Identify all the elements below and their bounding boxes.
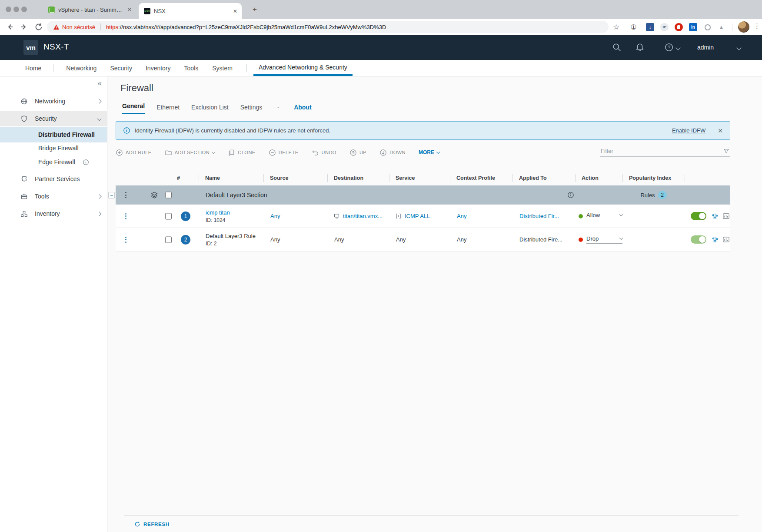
sidebar-item-tools[interactable]: Tools — [0, 188, 107, 204]
window-close-button[interactable] — [6, 7, 11, 12]
down-button[interactable]: DOWN — [379, 149, 406, 156]
tab-about[interactable]: About — [294, 104, 311, 114]
nav-system[interactable]: System — [212, 60, 233, 76]
add-rule-button[interactable]: ADD RULE — [116, 149, 152, 156]
nav-security[interactable]: Security — [110, 60, 132, 76]
rule-settings-icon[interactable] — [712, 236, 719, 243]
sidebar-collapse-icon[interactable]: « — [98, 79, 102, 88]
up-button[interactable]: UP — [349, 149, 366, 156]
extension-circle-icon[interactable] — [703, 23, 712, 31]
address-bar[interactable]: Non sécurisé https ://nsx.vlab/nsx/#/app… — [47, 21, 609, 33]
notifications-bell-icon[interactable] — [635, 43, 645, 52]
rule-settings-icon[interactable] — [712, 213, 719, 220]
rule-name-link[interactable]: icmp titan — [206, 209, 263, 216]
extension-drive-icon[interactable]: ▲ — [717, 23, 725, 31]
forward-icon[interactable] — [19, 22, 29, 32]
filter-funnel-icon[interactable] — [723, 148, 729, 154]
page-tabs: General Ethernet Exclusion List Settings… — [122, 102, 730, 114]
rule-enabled-toggle[interactable] — [691, 235, 706, 244]
section-collapse-button[interactable]: − — [108, 192, 115, 198]
button-label: ADD RULE — [126, 150, 152, 155]
undo-button[interactable]: UNDO — [312, 149, 336, 156]
rule-enabled-toggle[interactable] — [691, 212, 706, 220]
sidebar-item-edge-firewall[interactable]: Edge Firewall — [0, 155, 107, 169]
extension-ip-lookup-icon[interactable]: IP — [660, 23, 669, 31]
not-secure-label[interactable]: Non sécurisé — [62, 24, 95, 30]
action-select[interactable]: Allow — [586, 212, 622, 220]
clone-icon — [228, 149, 235, 156]
rule-stats-icon[interactable] — [722, 236, 730, 243]
rule-checkbox[interactable] — [165, 213, 172, 219]
tab-general[interactable]: General — [122, 102, 145, 114]
tab-exclusion-list[interactable]: Exclusion List — [191, 104, 229, 114]
nav-home[interactable]: Home — [25, 60, 41, 76]
action-select[interactable]: Drop — [586, 235, 622, 244]
rule-destination: Any — [327, 236, 389, 243]
browser-tab-vsphere[interactable]: vSphere - titan - Summary ✕ — [43, 0, 136, 19]
nav-tools[interactable]: Tools — [184, 60, 199, 76]
sidebar-item-distributed-firewall[interactable]: Distributed Firewall — [0, 127, 107, 142]
chevron-right-icon — [97, 194, 102, 198]
extension-download-icon[interactable]: ↓ — [646, 23, 654, 31]
vmware-logo: vm — [23, 40, 38, 55]
nav-networking[interactable]: Networking — [66, 60, 96, 76]
section-checkbox[interactable] — [165, 192, 172, 198]
button-label: DELETE — [279, 150, 299, 155]
more-button[interactable]: MORE — [419, 149, 439, 155]
rule-stats-icon[interactable] — [722, 212, 730, 220]
service-icon — [395, 213, 402, 219]
rule-context-profile[interactable]: Any — [450, 213, 512, 219]
help-icon[interactable] — [664, 43, 674, 52]
info-icon[interactable] — [567, 192, 574, 198]
extension-linkedin-icon[interactable]: in — [689, 23, 697, 31]
rule-menu-icon[interactable] — [125, 237, 126, 243]
reload-icon[interactable] — [34, 22, 43, 32]
search-icon[interactable] — [612, 43, 622, 52]
nav-advanced-networking-security[interactable]: Advanced Networking & Security — [253, 60, 353, 76]
section-menu-icon[interactable] — [125, 192, 126, 198]
nav-inventory[interactable]: Inventory — [146, 60, 171, 76]
extension-adblock-icon[interactable] — [675, 23, 683, 31]
extension-1password-icon[interactable]: ① — [629, 23, 638, 31]
browser-toolbar: Non sécurisé https ://nsx.vlab/nsx/#/app… — [0, 19, 762, 35]
sidebar-item-bridge-firewall[interactable]: Bridge Firewall — [0, 141, 107, 155]
nav-divider — [246, 64, 247, 72]
rule-service[interactable]: ICMP ALL — [405, 213, 430, 219]
button-label: MORE — [419, 149, 434, 155]
filter-input[interactable] — [600, 146, 730, 157]
window-zoom-button[interactable] — [21, 7, 27, 12]
profile-avatar[interactable] — [738, 21, 749, 33]
clone-button[interactable]: CLONE — [228, 149, 255, 156]
window-minimize-button[interactable] — [13, 7, 19, 12]
bookmark-star-icon[interactable]: ☆ — [613, 23, 619, 32]
add-section-button[interactable]: ADD SECTION — [165, 149, 215, 156]
tab-settings[interactable]: Settings — [240, 104, 263, 114]
sidebar-item-inventory[interactable]: Inventory — [0, 206, 107, 221]
new-tab-button[interactable]: + — [250, 4, 260, 15]
user-menu[interactable]: admin — [697, 44, 714, 51]
refresh-button[interactable]: REFRESH — [134, 521, 170, 527]
rule-menu-icon[interactable] — [125, 213, 126, 219]
rule-applied-to[interactable]: Distributed Fir... — [512, 213, 575, 219]
chevron-down-icon — [97, 116, 102, 121]
rule-checkbox[interactable] — [165, 236, 172, 243]
sidebar-item-partner-services[interactable]: Partner Services — [0, 171, 107, 187]
rule-destination[interactable]: titan/titan.vmx... — [343, 213, 383, 219]
banner-close-icon[interactable]: ✕ — [718, 127, 723, 134]
enable-idfw-link[interactable]: Enable IDFW — [672, 127, 705, 134]
sidebar-item-networking[interactable]: Networking — [0, 93, 107, 109]
rule-source[interactable]: Any — [263, 213, 327, 219]
user-menu-chevron-icon — [736, 45, 741, 50]
tab-close-icon[interactable]: ✕ — [124, 7, 136, 13]
delete-button[interactable]: DELETE — [269, 149, 299, 156]
column-popularity-index: Popularity Index — [622, 170, 685, 185]
button-label: UNDO — [322, 150, 336, 155]
tab-close-icon[interactable]: ✕ — [230, 8, 242, 14]
browser-tab-nsx[interactable]: NSX NSX ✕ — [139, 3, 242, 19]
browser-menu-icon[interactable]: ⋮ — [754, 22, 760, 30]
back-icon[interactable] — [5, 22, 15, 32]
sidebar-item-security[interactable]: Security — [0, 111, 107, 126]
tab-ethernet[interactable]: Ethernet — [156, 104, 180, 114]
sidebar-item-label: Distributed Firewall — [38, 131, 95, 138]
action-value: Allow — [586, 212, 600, 218]
